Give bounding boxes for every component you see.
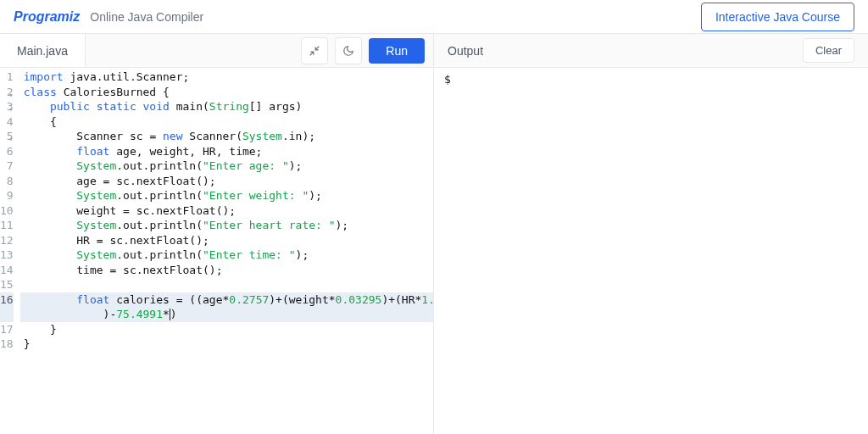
header-left: Programiz Online Java Compiler — [14, 9, 203, 25]
output-bar: Output Clear — [434, 34, 868, 68]
code-line[interactable]: System.out.println("Enter age: "); — [20, 159, 433, 174]
code-line[interactable]: } — [20, 337, 433, 352]
code-line[interactable]: weight = sc.nextFloat(); — [20, 203, 433, 219]
logo[interactable]: Programiz — [14, 9, 80, 25]
output-panel: Output Clear $ — [434, 34, 868, 434]
code-line[interactable]: import java.util.Scanner; — [20, 70, 433, 85]
gutter-line: 17 — [0, 322, 14, 337]
code-line[interactable]: time = sc.nextFloat(); — [20, 263, 433, 278]
code-line[interactable]: HR = sc.nextFloat(); — [20, 233, 433, 248]
run-button[interactable]: Run — [369, 38, 425, 64]
gutter-line: 11 — [0, 218, 14, 233]
editor-tab-bar: Main.java Run — [0, 34, 433, 68]
tab-main-java[interactable]: Main.java — [0, 34, 86, 67]
gutter-line: 15 — [0, 277, 14, 292]
gutter-line — [0, 307, 14, 322]
gutter-line: 3 — [0, 99, 14, 114]
code-line[interactable]: } — [20, 322, 433, 337]
gutter: 123456789101112131415161718 — [0, 68, 20, 434]
page-title: Online Java Compiler — [90, 10, 203, 24]
gutter-line: 8 — [0, 174, 14, 189]
output-prompt: $ — [444, 73, 451, 86]
code-line[interactable]: age = sc.nextFloat(); — [20, 174, 433, 189]
code-line[interactable]: float age, weight, HR, time; — [20, 144, 433, 159]
code-line[interactable]: System.out.println("Enter heart rate: ")… — [20, 218, 433, 233]
code-line[interactable]: Scanner sc = new Scanner(System.in); — [20, 129, 433, 144]
code-line[interactable]: public static void main(String[] args) — [20, 99, 433, 114]
code-line[interactable] — [20, 277, 433, 292]
gutter-line: 10 — [0, 203, 14, 219]
gutter-line: 7 — [0, 159, 14, 174]
editor-panel: Main.java Run 12345678910111213141516171… — [0, 34, 434, 434]
code-line[interactable]: )-75.4991*) — [20, 307, 433, 322]
clear-button[interactable]: Clear — [803, 38, 854, 63]
gutter-line: 5 — [0, 129, 14, 144]
theme-icon[interactable] — [335, 37, 362, 64]
code-line[interactable]: class CaloriesBurned { — [20, 85, 433, 100]
code-line[interactable]: System.out.println("Enter time: "); — [20, 248, 433, 263]
code-area[interactable]: import java.util.Scanner;class CaloriesB… — [20, 68, 433, 434]
header: Programiz Online Java Compiler Interacti… — [0, 0, 868, 34]
gutter-line: 18 — [0, 337, 14, 352]
shrink-icon[interactable] — [301, 37, 328, 64]
gutter-line: 13 — [0, 248, 14, 263]
code-line[interactable]: float calories = ((age*0.2757)+(weight*0… — [20, 292, 433, 308]
gutter-line: 9 — [0, 188, 14, 203]
gutter-line: 2 — [0, 85, 14, 100]
code-editor[interactable]: 123456789101112131415161718 import java.… — [0, 68, 433, 434]
output-label: Output — [448, 44, 483, 58]
code-line[interactable]: System.out.println("Enter weight: "); — [20, 188, 433, 203]
interactive-course-button[interactable]: Interactive Java Course — [701, 3, 854, 31]
gutter-line: 16 — [0, 292, 14, 308]
main: Main.java Run 12345678910111213141516171… — [0, 34, 868, 434]
gutter-line: 4 — [0, 114, 14, 130]
gutter-line: 1 — [0, 70, 14, 85]
gutter-line: 14 — [0, 263, 14, 278]
code-line[interactable]: { — [20, 114, 433, 130]
editor-toolbar: Run — [301, 37, 433, 64]
gutter-line: 12 — [0, 233, 14, 248]
gutter-line: 6 — [0, 144, 14, 159]
output-content[interactable]: $ — [434, 68, 868, 434]
